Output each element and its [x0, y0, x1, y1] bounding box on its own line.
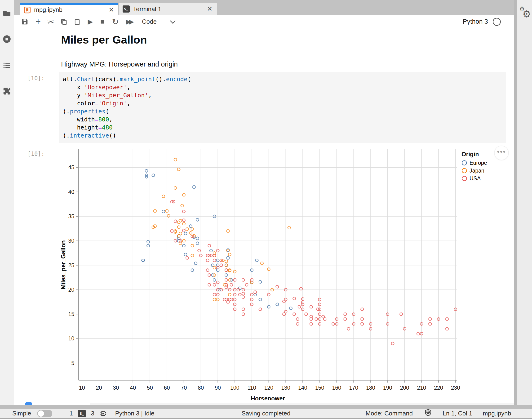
legend-entry-label: USA	[469, 175, 481, 182]
window-gap-strip	[0, 405, 532, 409]
save-button[interactable]	[21, 17, 28, 27]
svg-text:160: 160	[332, 385, 341, 391]
kernel-name[interactable]: Python 3	[463, 18, 488, 25]
svg-text:210: 210	[417, 385, 426, 391]
restart-kernel-button[interactable]: ↻	[112, 17, 119, 27]
svg-text:25: 25	[68, 262, 74, 268]
svg-text:220: 220	[434, 385, 443, 391]
jupyterlab-window: ⚙ ⚙ mpg.ipynb ✕ $_ Terminal 1 ✕ +	[0, 0, 532, 419]
cursor-position[interactable]: Ln 1, Col 1	[442, 410, 472, 417]
code-line: width=800,	[63, 116, 506, 124]
trust-shield-icon[interactable]	[424, 409, 432, 418]
copy-cells-button[interactable]	[60, 17, 67, 27]
code-line: y='Miles_per_Gallon',	[63, 91, 506, 99]
tab-label: mpg.ipynb	[34, 6, 109, 13]
settings-gears-icon[interactable]: ⚙ ⚙	[519, 5, 532, 20]
svg-text:30: 30	[113, 385, 119, 391]
markdown-heading: Miles per Gallon	[61, 33, 147, 46]
legend-entry-label: Europe	[469, 160, 487, 166]
extension-manager-icon[interactable]	[2, 87, 11, 97]
svg-text:200: 200	[400, 385, 409, 391]
svg-text:120: 120	[264, 385, 273, 391]
legend-title: Origin	[461, 151, 479, 157]
insert-cell-button[interactable]: +	[36, 17, 41, 27]
window-bottom-edge	[0, 418, 532, 419]
code-cell-editor[interactable]: alt.Chart(cars).mark_point().encode( x='…	[59, 72, 506, 143]
right-rail	[517, 0, 532, 405]
svg-text:130: 130	[281, 385, 290, 391]
code-line: ).interactive()	[63, 132, 506, 140]
svg-text:180: 180	[366, 385, 375, 391]
svg-text:20: 20	[96, 385, 102, 391]
svg-text:230: 230	[451, 385, 460, 391]
panel-right-border	[514, 0, 517, 405]
interrupt-kernel-button[interactable]: ■	[100, 17, 104, 27]
output-prompt: [10]:	[27, 151, 44, 157]
output-options-button[interactable]: •••	[494, 145, 509, 160]
cell-type-select[interactable]: Code	[142, 18, 157, 25]
tab-label: Terminal 1	[133, 5, 207, 13]
chevron-down-icon[interactable]	[170, 18, 176, 24]
code-line: height=480	[63, 124, 506, 132]
svg-text:150: 150	[315, 385, 324, 391]
main-dock-panel: mpg.ipynb ✕ $_ Terminal 1 ✕ + ✂ ▶ ■	[14, 0, 514, 405]
svg-text:40: 40	[130, 385, 136, 391]
altair-scatter-chart[interactable]: 1020304050607080901001101201301401501601…	[59, 147, 514, 400]
notebook-scroll-area[interactable]: Miles per Gallon Highway MPG: Horsepower…	[14, 28, 514, 405]
tab-terminal-1[interactable]: $_ Terminal 1 ✕	[119, 3, 217, 15]
file-browser-icon[interactable]	[3, 9, 11, 18]
svg-text:140: 140	[298, 385, 307, 391]
code-line: color='Origin',	[63, 99, 506, 107]
svg-text:5: 5	[71, 360, 74, 366]
x-axis-title: Horsepower	[251, 395, 285, 400]
svg-text:35: 35	[68, 213, 74, 220]
svg-text:100: 100	[230, 385, 239, 391]
tab-bar: mpg.ipynb ✕ $_ Terminal 1 ✕	[14, 3, 514, 15]
svg-text:50: 50	[147, 385, 153, 391]
cut-cells-button[interactable]: ✂	[47, 17, 54, 27]
svg-text:60: 60	[164, 385, 170, 391]
svg-text:80: 80	[198, 385, 204, 391]
input-prompt: [10]:	[27, 75, 44, 82]
terminal-icon: $_	[123, 5, 130, 13]
svg-text:170: 170	[349, 385, 358, 391]
legend-entry-label: Japan	[469, 168, 484, 174]
code-line: ).properties(	[63, 107, 506, 116]
left-activity-bar	[0, 0, 14, 405]
table-of-contents-icon[interactable]	[3, 61, 11, 71]
kernel-status-icon[interactable]	[493, 18, 501, 26]
close-tab-icon[interactable]: ✕	[207, 6, 212, 12]
svg-text:110: 110	[247, 385, 256, 391]
svg-text:15: 15	[68, 311, 74, 317]
notebook-toolbar: + ✂ ▶ ■ ↻ ▶▶ Code Python 3	[14, 15, 514, 29]
notebook-icon	[24, 6, 31, 13]
svg-text:40: 40	[68, 189, 74, 195]
y-axis-title: Miles_per_Gallon	[60, 240, 66, 289]
paste-cells-button[interactable]	[74, 17, 81, 27]
mode-indicator[interactable]: Mode: Command	[366, 410, 413, 417]
close-tab-icon[interactable]: ✕	[109, 7, 114, 13]
markdown-paragraph: Highway MPG: Horsepower and origin	[61, 60, 178, 68]
svg-text:10: 10	[68, 335, 74, 341]
run-all-button[interactable]: ▶▶	[126, 17, 134, 27]
tab-mpg-ipynb[interactable]: mpg.ipynb ✕	[20, 3, 118, 15]
running-kernels-icon[interactable]	[2, 35, 11, 44]
code-line: alt.Chart(cars).mark_point().encode(	[63, 75, 506, 83]
svg-text:190: 190	[383, 385, 392, 391]
statusbar-filename: mpg.ipynb	[483, 410, 511, 417]
code-line: x='Horsepower',	[63, 83, 506, 91]
svg-text:20: 20	[68, 287, 74, 293]
svg-text:30: 30	[68, 238, 74, 244]
svg-text:70: 70	[181, 385, 187, 391]
svg-text:10: 10	[79, 385, 85, 391]
svg-text:90: 90	[215, 385, 221, 391]
svg-text:45: 45	[68, 164, 74, 170]
run-cell-button[interactable]: ▶	[88, 17, 93, 27]
status-bar: Simple 1 $_ 3 Python 3 | Idle Saving com…	[0, 409, 532, 418]
